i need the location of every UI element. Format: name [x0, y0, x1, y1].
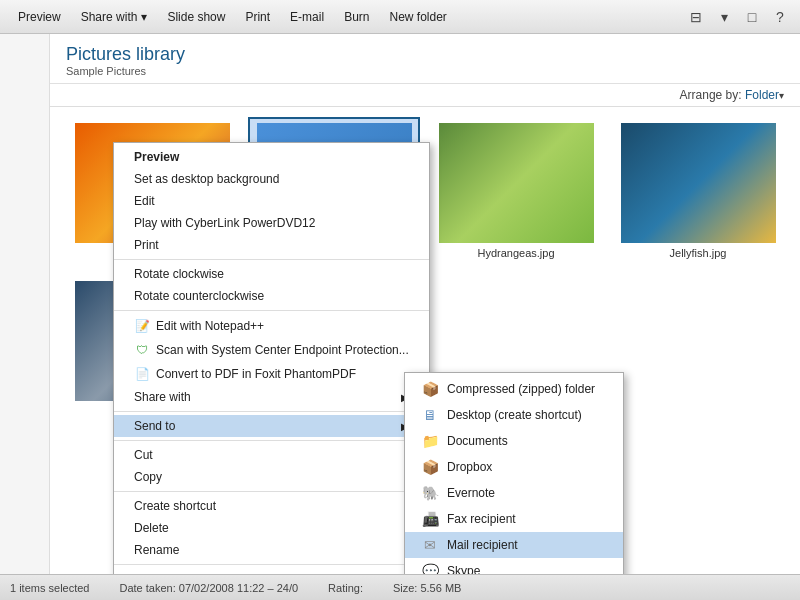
ctx-sep6: [114, 564, 429, 565]
photo-thumb-hydrangeas: [439, 123, 594, 243]
ctx-scan[interactable]: 🛡 Scan with System Center Endpoint Prote…: [114, 338, 429, 362]
arrange-dropdown-icon[interactable]: ▾: [779, 90, 784, 101]
ctx-sep1: [114, 259, 429, 260]
toolbar-right: ⊟ ▾ □ ?: [684, 5, 792, 29]
arrange-bar: Arrange by: Folder ▾: [50, 84, 800, 107]
content-area: Pictures library Sample Pictures Arrange…: [50, 34, 800, 574]
status-selected: 1 items selected: [10, 582, 89, 594]
ctx-properties[interactable]: Properties: [114, 568, 429, 574]
skype-icon: 💬: [421, 562, 439, 574]
main-area: Pictures library Sample Pictures Arrange…: [0, 34, 800, 574]
fax-icon: 📠: [421, 510, 439, 528]
sub-zip[interactable]: 📦 Compressed (zipped) folder: [405, 376, 623, 402]
ctx-send[interactable]: Send to ▶: [114, 415, 429, 437]
desktop-icon: 🖥: [421, 406, 439, 424]
sub-evernote[interactable]: 🐘 Evernote: [405, 480, 623, 506]
burn-btn[interactable]: Burn: [334, 6, 379, 28]
notepad-icon: 📝: [134, 318, 150, 334]
status-date: Date taken: 07/02/2008 11:22 – 24/0: [119, 582, 298, 594]
library-title: Pictures library: [66, 44, 784, 65]
ctx-rename[interactable]: Rename: [114, 539, 429, 561]
view-toggle-btn[interactable]: ⊟: [684, 5, 708, 29]
ctx-sep3: [114, 411, 429, 412]
ctx-delete[interactable]: Delete: [114, 517, 429, 539]
ctx-edit[interactable]: Edit: [114, 190, 429, 212]
help-btn[interactable]: ?: [768, 5, 792, 29]
evernote-icon: 🐘: [421, 484, 439, 502]
print-btn[interactable]: Print: [235, 6, 280, 28]
ctx-rotate-ccw[interactable]: Rotate counterclockwise: [114, 285, 429, 307]
ctx-sep5: [114, 491, 429, 492]
photo-label-hydrangeas: Hydrangeas.jpg: [477, 247, 554, 259]
ctx-rotate-cw[interactable]: Rotate clockwise: [114, 263, 429, 285]
arrange-value[interactable]: Folder: [745, 88, 779, 102]
status-bar: 1 items selected Date taken: 07/02/2008 …: [0, 574, 800, 600]
view-btn2[interactable]: ▾: [712, 5, 736, 29]
docs-icon: 📁: [421, 432, 439, 450]
ctx-desktop-bg[interactable]: Set as desktop background: [114, 168, 429, 190]
ctx-preview[interactable]: Preview: [114, 146, 429, 168]
new-folder-btn[interactable]: New folder: [379, 6, 456, 28]
maximize-btn[interactable]: □: [740, 5, 764, 29]
toolbar: Preview Share with ▾ Slide show Print E-…: [0, 0, 800, 34]
ctx-notepad[interactable]: 📝 Edit with Notepad++: [114, 314, 429, 338]
photo-label-jellyfish: Jellyfish.jpg: [670, 247, 727, 259]
ctx-play[interactable]: Play with CyberLink PowerDVD12: [114, 212, 429, 234]
ctx-cut[interactable]: Cut: [114, 444, 429, 466]
slideshow-btn[interactable]: Slide show: [157, 6, 235, 28]
sub-fax[interactable]: 📠 Fax recipient: [405, 506, 623, 532]
scan-icon: 🛡: [134, 342, 150, 358]
sub-docs[interactable]: 📁 Documents: [405, 428, 623, 454]
ctx-share[interactable]: Share with ▶: [114, 386, 429, 408]
ctx-sep2: [114, 310, 429, 311]
context-menu: Preview Set as desktop background Edit P…: [113, 142, 430, 574]
ctx-sep4: [114, 440, 429, 441]
photo-hydrangeas[interactable]: Hydrangeas.jpg: [430, 117, 602, 265]
send-to-submenu: 📦 Compressed (zipped) folder 🖥 Desktop (…: [404, 372, 624, 574]
sub-desktop[interactable]: 🖥 Desktop (create shortcut): [405, 402, 623, 428]
library-header: Pictures library Sample Pictures: [50, 34, 800, 84]
status-rating: Rating:: [328, 582, 363, 594]
photo-jellyfish[interactable]: Jellyfish.jpg: [612, 117, 784, 265]
ctx-print[interactable]: Print: [114, 234, 429, 256]
dropbox-icon: 📦: [421, 458, 439, 476]
zip-icon: 📦: [421, 380, 439, 398]
photo-thumb-jellyfish: [621, 123, 776, 243]
sub-mail[interactable]: ✉ Mail recipient: [405, 532, 623, 558]
sub-dropbox[interactable]: 📦 Dropbox: [405, 454, 623, 480]
email-btn[interactable]: E-mail: [280, 6, 334, 28]
ctx-foxit[interactable]: 📄 Convert to PDF in Foxit PhantomPDF: [114, 362, 429, 386]
foxit-icon: 📄: [134, 366, 150, 382]
sub-skype[interactable]: 💬 Skype: [405, 558, 623, 574]
library-subtitle: Sample Pictures: [66, 65, 784, 77]
arrange-label: Arrange by:: [680, 88, 742, 102]
share-with-btn[interactable]: Share with ▾: [71, 6, 158, 28]
ctx-copy[interactable]: Copy: [114, 466, 429, 488]
mail-icon: ✉: [421, 536, 439, 554]
status-size: Size: 5.56 MB: [393, 582, 461, 594]
left-nav: [0, 34, 50, 574]
preview-btn[interactable]: Preview: [8, 6, 71, 28]
ctx-shortcut[interactable]: Create shortcut: [114, 495, 429, 517]
